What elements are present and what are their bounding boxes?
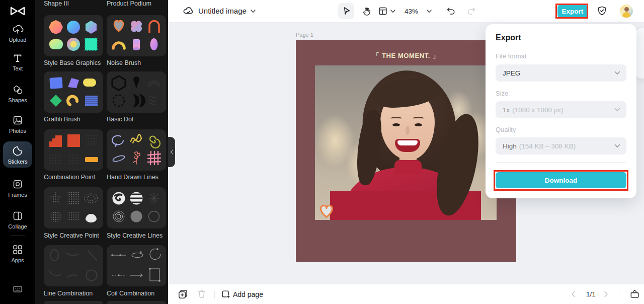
- add-page-button[interactable]: [220, 289, 231, 300]
- design-title-text[interactable]: 「 THE MOMENT. 」: [296, 51, 516, 60]
- quality-label: Quality: [496, 126, 516, 133]
- sticker-thumbnails: [44, 71, 103, 113]
- sticker-thumbnails: [107, 71, 166, 113]
- cloud-synced-icon[interactable]: [182, 5, 194, 17]
- shapes-icon: [12, 84, 24, 96]
- sticker-group-label: Basic Dot: [107, 116, 134, 123]
- file-format-dropdown[interactable]: JPEG: [496, 64, 626, 82]
- file-format-label: File format: [496, 52, 526, 60]
- size-label: Size: [496, 90, 508, 97]
- add-page-label[interactable]: Add page: [233, 290, 263, 298]
- photo-brow-left: [390, 117, 402, 120]
- collage-icon: [12, 210, 24, 222]
- document-title[interactable]: Untitled image: [198, 7, 247, 15]
- quality-dropdown[interactable]: High (154 KB – 308 KB): [496, 137, 626, 155]
- divider: [11, 236, 25, 236]
- page-indicator: 1/1: [586, 290, 596, 298]
- design-canvas[interactable]: 「 THE MOMENT. 」: [296, 40, 516, 262]
- sticker-thumbnails: [107, 245, 166, 286]
- sticker-group-label: Shape III: [44, 0, 69, 7]
- chevron-down-icon: [614, 108, 620, 112]
- export-button[interactable]: Export: [557, 5, 588, 18]
- sidebar-item-upload[interactable]: Upload: [0, 23, 35, 43]
- present-button[interactable]: [629, 288, 640, 300]
- chevron-down-icon: [614, 71, 620, 75]
- chevron-down-icon[interactable]: [390, 10, 395, 13]
- export-panel-title: Export: [496, 33, 521, 42]
- apps-icon: [12, 244, 24, 256]
- avatar[interactable]: [620, 5, 633, 18]
- size-value: 1x: [503, 106, 510, 114]
- sticker-group-label: Graffiti Brush: [44, 116, 80, 123]
- shield-check-icon[interactable]: [596, 5, 608, 17]
- sticker-group-label: Noise Brush: [107, 59, 141, 66]
- sticker-group-label: Style Base Graphics: [44, 59, 101, 66]
- stickers-icon: [12, 145, 24, 157]
- size-detail: (1080 x 1080 px): [512, 106, 563, 114]
- quality-detail: (154 KB – 308 KB): [519, 142, 576, 150]
- sticker-group-label: Product Podium: [107, 0, 151, 7]
- sticker-group-noise-brush[interactable]: [107, 15, 166, 56]
- redo-icon: [466, 6, 477, 17]
- hand-tool-button[interactable]: [361, 6, 372, 17]
- layout-tool-button[interactable]: [377, 6, 388, 17]
- sidebar-item-label: Text: [13, 65, 23, 71]
- sidebar-item-collage[interactable]: Collage: [0, 210, 35, 230]
- heart-sticker[interactable]: [317, 202, 336, 219]
- sidebar-item-text[interactable]: Text: [0, 52, 35, 71]
- sidebar-item-label: Photos: [9, 128, 26, 134]
- keyboard-shortcuts-icon[interactable]: [12, 283, 24, 295]
- sidebar-item-shapes[interactable]: Shapes: [0, 84, 35, 103]
- hand-icon: [361, 6, 372, 17]
- sidebar-item-apps[interactable]: Apps: [0, 244, 35, 263]
- stickers-panel: Shape III Product Podium: [35, 0, 168, 304]
- chevron-down-icon[interactable]: [427, 10, 432, 13]
- sticker-thumbnails: [107, 129, 166, 171]
- sticker-group-label: Hand Drawn Lines: [107, 174, 158, 181]
- sticker-group-style-creative-point[interactable]: [44, 187, 103, 229]
- sticker-group-style-creative-lines[interactable]: [107, 187, 166, 229]
- sticker-group-label: Style Creative Point: [44, 232, 99, 239]
- sticker-group-coil-combination[interactable]: [107, 245, 166, 286]
- chevron-down-icon: [614, 144, 620, 148]
- sidebar-item-photos[interactable]: Photos: [0, 114, 35, 134]
- sidebar-item-frames[interactable]: Frames: [0, 178, 35, 198]
- chevron-left-icon: [571, 291, 576, 297]
- sticker-group-label: Style Creative Lines: [107, 232, 163, 239]
- sticker-group-partial[interactable]: [44, 301, 103, 304]
- avatar-head: [624, 7, 629, 12]
- divider: [440, 8, 440, 16]
- sticker-group-hand-drawn-lines[interactable]: [107, 129, 166, 171]
- sidebar-item-stickers[interactable]: Stickers: [3, 141, 32, 168]
- avatar-body: [622, 12, 630, 18]
- sticker-group-partial[interactable]: [107, 301, 166, 304]
- collapse-panel-button[interactable]: [168, 137, 175, 167]
- photo-eye-left: [392, 123, 400, 126]
- pages-overview-button[interactable]: [177, 288, 189, 300]
- app-logo[interactable]: [9, 4, 27, 18]
- sticker-thumbnails: [44, 15, 103, 56]
- redo-button[interactable]: [466, 6, 477, 17]
- upload-icon: [12, 23, 24, 35]
- photo-mouth: [395, 139, 420, 152]
- chevron-down-icon[interactable]: [251, 10, 256, 13]
- frames-icon: [12, 178, 24, 190]
- size-dropdown[interactable]: 1x (1080 x 1080 px): [496, 101, 626, 118]
- select-tool-button[interactable]: [338, 3, 354, 19]
- sticker-group-line-combination[interactable]: [44, 245, 103, 286]
- undo-button[interactable]: [445, 6, 456, 17]
- sticker-group-graffiti-brush[interactable]: [44, 71, 103, 113]
- sticker-group-basic-dot[interactable]: [107, 71, 166, 113]
- download-button[interactable]: Download: [496, 172, 626, 188]
- sticker-group-combination-point[interactable]: [44, 129, 103, 171]
- undo-icon: [445, 6, 456, 17]
- prev-page-button[interactable]: [571, 291, 576, 297]
- left-toolbar: Upload Text Shapes Photos Stickers: [0, 0, 35, 304]
- next-page-button[interactable]: [604, 291, 608, 297]
- sticker-group-style-base-graphics[interactable]: [44, 15, 103, 56]
- zoom-level[interactable]: 43%: [405, 8, 418, 15]
- design-photo[interactable]: [315, 65, 497, 220]
- sticker-group-label: Line Combination: [44, 290, 93, 297]
- photo-collar: [394, 160, 422, 174]
- delete-page-button[interactable]: [196, 288, 207, 299]
